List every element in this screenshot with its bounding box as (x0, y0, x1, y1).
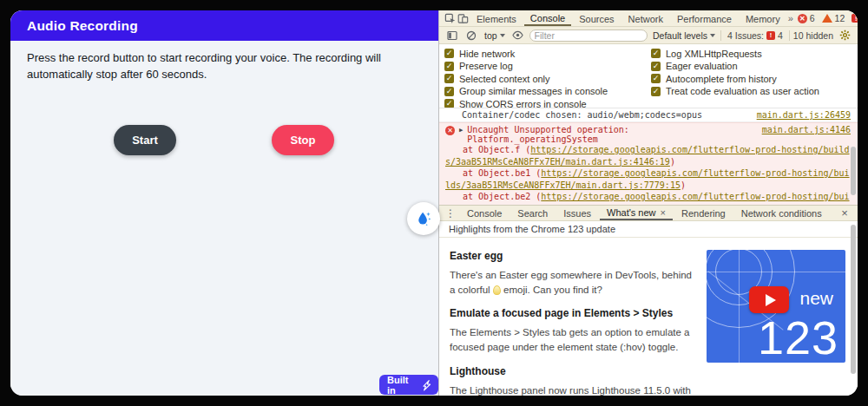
drawer-menu-icon[interactable]: ⋮ (443, 206, 458, 220)
tab-performance[interactable]: Performance (671, 10, 738, 26)
start-button[interactable]: Start (114, 125, 176, 155)
chevron-down-icon (500, 34, 505, 37)
blueprint-line (707, 272, 845, 272)
checkbox-group-similar[interactable]: ✓Group similar messages in console (444, 87, 651, 97)
warning-count-badge[interactable]: 12 (819, 13, 848, 23)
error-count: 6 (810, 13, 815, 23)
drawer-tab-whats-new[interactable]: What's new × (600, 206, 673, 220)
close-tab-icon[interactable]: × (661, 207, 666, 218)
checkbox-hide-network[interactable]: ✓Hide network (444, 49, 651, 59)
drawer-tab-console[interactable]: Console (460, 206, 509, 220)
built-in-flutterflow-badge[interactable]: Built in (379, 375, 438, 395)
console-settings-gear-icon[interactable] (837, 29, 852, 43)
checkbox-log-xhr[interactable]: ✓Log XMLHttpRequests (651, 49, 819, 59)
issues-toolbar-badge[interactable]: 4 Issues: ! 4 (725, 30, 786, 41)
error-count-badge[interactable]: ✕ 6 (795, 13, 818, 23)
levels-label: Default levels (653, 30, 707, 41)
drawer-tab-rendering[interactable]: Rendering (674, 206, 733, 220)
stack-at: at Object.be1 ( (463, 168, 541, 178)
expand-triangle-icon[interactable]: ▶ (459, 127, 463, 134)
checkbox-preserve-log[interactable]: ✓Preserve log (444, 62, 651, 72)
built-in-label: Built in (387, 375, 416, 396)
stack-tail: ) (681, 180, 686, 190)
checkbox-label: Treat code evaluation as user action (666, 86, 819, 96)
info-message-text: Container/codec chosen: audio/webm;codec… (462, 110, 702, 120)
youtube-play-button[interactable] (749, 286, 789, 313)
stack-tail: ) (681, 204, 686, 206)
clear-console-icon[interactable] (464, 29, 479, 43)
warning-icon (822, 14, 832, 23)
drawer-tab-search[interactable]: Search (510, 206, 555, 220)
console-messages: Container/codec chosen: audio/webm;codec… (439, 108, 858, 205)
checkbox-selected-context[interactable]: ✓Selected context only (444, 74, 651, 84)
checkbox-label: Hide network (459, 49, 515, 59)
more-tabs-icon[interactable]: » (788, 11, 793, 25)
stack-tail: ) (670, 157, 675, 167)
default-levels-dropdown[interactable]: Default levels (651, 30, 717, 41)
checkbox-label: Group similar messages in console (459, 86, 608, 96)
tab-elements[interactable]: Elements (470, 10, 523, 26)
issues-toolbar-count: 4 (778, 30, 783, 41)
whats-new-panel: Highlights from the Chrome 123 update Ea… (439, 221, 858, 396)
stack-frame: at Object.f (https://storage.googleapis.… (445, 144, 851, 167)
whats-new-scrollbar[interactable] (851, 225, 856, 374)
tab-network[interactable]: Network (622, 10, 669, 26)
issues-count-badge[interactable]: ! 4 (849, 13, 858, 23)
console-settings-pane: ✓Hide network ✓Preserve log ✓Selected co… (439, 44, 858, 108)
console-filter-input[interactable] (529, 29, 648, 42)
devtools-panel: Elements Console Sources Network Perform… (438, 10, 858, 396)
source-link[interactable]: main.dart.js:4146 (762, 125, 851, 134)
egg-emoji (493, 285, 501, 295)
checkbox-autocomplete-history[interactable]: ✓Autocomplete from history (651, 74, 819, 84)
drawer-tab-network-conditions[interactable]: Network conditions (734, 206, 829, 220)
checkbox-checked-icon: ✓ (651, 62, 661, 71)
whats-new-paragraph: There's an Easter egg somewhere in DevTo… (450, 268, 696, 297)
checkbox-label: Log XMLHttpRequests (666, 49, 762, 59)
tab-sources[interactable]: Sources (573, 10, 620, 26)
chrome-123-video-thumbnail[interactable]: new 123 (707, 250, 845, 363)
tab-memory[interactable]: Memory (740, 10, 786, 26)
whats-new-heading-lighthouse[interactable]: Lighthouse (450, 365, 696, 377)
paragraph-text: emoji. Can you find it? (503, 285, 602, 295)
checkbox-checked-icon: ✓ (444, 62, 454, 71)
flutterflow-logo-icon (420, 379, 432, 391)
issues-icon: ! (852, 14, 858, 23)
app-header: Audio Recording (10, 10, 438, 41)
water-drop-icon (414, 209, 433, 228)
stack-frame: at Object.be1 (https://storage.googleapi… (445, 167, 851, 191)
stop-button[interactable]: Stop (272, 125, 334, 155)
checkbox-treat-eval[interactable]: ✓Treat code evaluation as user action (651, 87, 819, 97)
toolbar-divider (789, 30, 790, 41)
checkbox-checked-icon: ✓ (651, 87, 661, 96)
checkbox-checked-icon: ✓ (444, 49, 454, 58)
console-sidebar-icon[interactable] (444, 29, 460, 43)
whats-new-heading-emulate-focused[interactable]: Emulate a focused page in Elements > Sty… (450, 307, 696, 319)
device-toolbar-icon[interactable] (457, 11, 469, 25)
console-error-message: ✕ ▶ Uncaught Unsupported operation: Plat… (439, 122, 858, 205)
whats-new-heading-easter-egg[interactable]: Easter egg (450, 250, 696, 262)
stack-frame: at Object.be2 (https://storage.googleapi… (445, 191, 851, 205)
issues-label: 4 Issues: (727, 30, 764, 41)
app-description: Press the record button to start recordi… (27, 50, 423, 83)
audio-recording-page: Audio Recording Press the record button … (10, 10, 438, 396)
stack-at: at Object.f ( (463, 145, 530, 154)
checkbox-checked-icon: ✓ (651, 74, 661, 83)
live-expression-eye-icon[interactable] (510, 29, 526, 43)
checkbox-checked-icon: ✓ (444, 87, 454, 96)
checkbox-label: Preserve log (459, 61, 513, 71)
tab-console[interactable]: Console (524, 10, 571, 26)
context-selector[interactable]: top (483, 30, 507, 41)
inspect-element-icon[interactable] (444, 11, 456, 25)
chevron-down-icon (710, 34, 715, 37)
page-title: Audio Recording (27, 18, 138, 34)
drawer-close-icon[interactable]: × (837, 206, 852, 220)
checkbox-eager-evaluation[interactable]: ✓Eager evaluation (651, 62, 819, 72)
devtools-tabbar: Elements Console Sources Network Perform… (439, 10, 858, 27)
checkbox-label: Selected context only (459, 74, 550, 84)
drawer-tabbar: ⋮ Console Search Issues What's new × Ren… (439, 205, 858, 221)
water-drop-extension-button[interactable] (407, 202, 440, 235)
console-scrollbar[interactable] (851, 147, 856, 195)
issues-icon: ! (766, 31, 775, 40)
source-link[interactable]: main.dart.js:26459 (757, 110, 851, 120)
drawer-tab-issues[interactable]: Issues (556, 206, 598, 220)
